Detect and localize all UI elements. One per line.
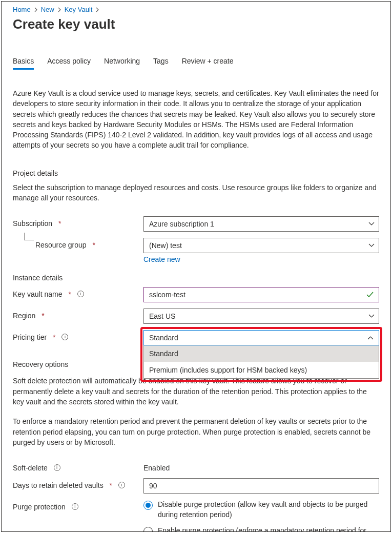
chevron-right-icon: [34, 7, 38, 12]
recovery-desc-1: Soft delete protection will automaticall…: [13, 376, 379, 407]
subscription-label: Subscription *: [13, 216, 143, 228]
tab-review-create[interactable]: Review + create: [182, 57, 234, 70]
breadcrumb-key-vault[interactable]: Key Vault: [65, 6, 93, 13]
page-title: Create key vault: [13, 16, 379, 32]
breadcrumb-home[interactable]: Home: [13, 6, 31, 13]
soft-delete-value: Enabled: [143, 461, 379, 472]
chevron-down-icon: [368, 314, 375, 318]
key-vault-name-input[interactable]: sslcom-test: [143, 287, 379, 302]
tab-basics[interactable]: Basics: [13, 57, 34, 70]
days-retain-label: Days to retain deleted vaults * i: [13, 478, 143, 489]
resource-group-select[interactable]: (New) test: [143, 238, 379, 253]
key-vault-name-label: Key vault name * i: [13, 287, 143, 298]
purge-disable-label: Disable purge protection (allow key vaul…: [158, 500, 379, 520]
purge-enable-label: Enable purge protection (enforce a manda…: [158, 526, 379, 532]
instance-details-heading: Instance details: [13, 274, 379, 282]
project-details-desc: Select the subscription to manage deploy…: [13, 182, 379, 203]
tab-networking[interactable]: Networking: [104, 57, 140, 70]
region-label: Region *: [13, 309, 143, 320]
soft-delete-label: Soft-delete i: [13, 461, 143, 472]
region-select[interactable]: East US: [143, 309, 379, 324]
pricing-option-premium[interactable]: Premium (includes support for HSM backed…: [144, 362, 379, 378]
chevron-right-icon: [95, 7, 99, 12]
pricing-option-standard[interactable]: Standard: [144, 345, 379, 362]
info-icon[interactable]: i: [77, 291, 84, 297]
info-icon[interactable]: i: [72, 503, 78, 510]
purge-protection-label: Purge protection i: [13, 500, 143, 511]
subscription-select[interactable]: Azure subscription 1: [143, 216, 379, 232]
tab-tags[interactable]: Tags: [153, 57, 169, 70]
days-retain-input[interactable]: 90: [143, 478, 379, 494]
tabs: Basics Access policy Networking Tags Rev…: [13, 57, 379, 70]
info-icon[interactable]: i: [54, 464, 60, 471]
intro-text: Azure Key Vault is a cloud service used …: [13, 88, 379, 151]
purge-disable-radio[interactable]: [143, 501, 153, 510]
recovery-desc-2: To enforce a mandatory retention period …: [13, 416, 379, 447]
pricing-tier-dropdown: Standard Premium (includes support for H…: [143, 345, 379, 379]
chevron-right-icon: [57, 7, 61, 12]
pricing-tier-label: Pricing tier * i: [13, 330, 143, 341]
breadcrumb-new[interactable]: New: [41, 6, 54, 13]
info-icon[interactable]: i: [61, 334, 68, 340]
purge-enable-radio[interactable]: [143, 527, 153, 532]
chevron-up-icon: [367, 336, 374, 340]
checkmark-icon: [366, 292, 374, 298]
chevron-down-icon: [368, 243, 375, 248]
breadcrumb: Home New Key Vault: [13, 2, 379, 13]
tab-access-policy[interactable]: Access policy: [47, 57, 91, 70]
resource-group-label: Resource group *: [13, 238, 143, 249]
pricing-tier-select[interactable]: Standard: [143, 330, 379, 345]
info-icon[interactable]: i: [118, 482, 125, 488]
project-details-heading: Project details: [13, 169, 379, 177]
create-new-link[interactable]: Create new: [143, 255, 180, 263]
chevron-down-icon: [368, 222, 375, 226]
